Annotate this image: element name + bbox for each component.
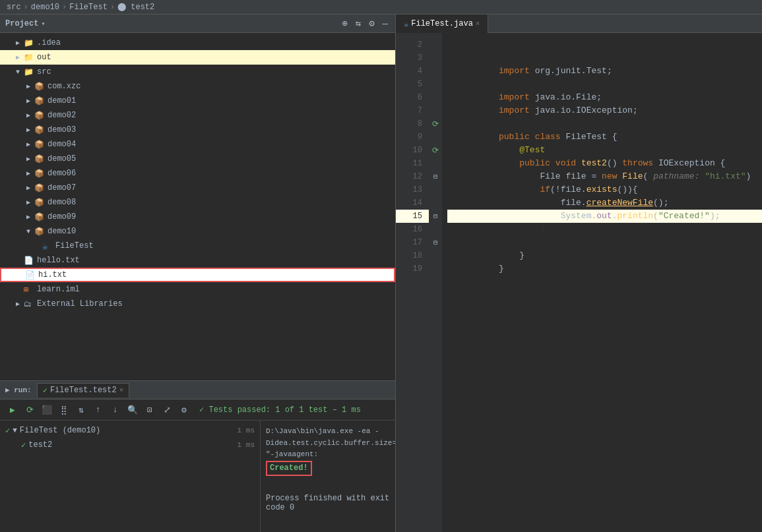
code-line-17: } xyxy=(447,236,762,249)
expand-filetest: ▼ xyxy=(13,427,17,434)
editor-tabs: ☕ FileTest.java × xyxy=(396,15,762,33)
sort2-btn[interactable]: ⇅ xyxy=(74,403,88,417)
sort-btn[interactable]: ⣿ xyxy=(57,403,71,417)
pkg-icon: 📦 xyxy=(34,111,45,121)
gutter-19 xyxy=(429,262,442,276)
sep2: › xyxy=(62,3,67,12)
diff-btn[interactable]: ⊡ xyxy=(143,403,157,417)
tree-item-demo06[interactable]: ▶📦demo06 xyxy=(0,166,395,181)
fold-15[interactable]: ⊟ xyxy=(433,212,437,220)
label-comxzc: com.xzc xyxy=(48,82,80,91)
line-num-8: 8 xyxy=(396,117,429,131)
pkg-icon: 📦 xyxy=(34,140,45,150)
tree-item-learniml[interactable]: ⊞ learn.iml xyxy=(0,282,395,297)
tree-item-demo05[interactable]: ▶📦demo05 xyxy=(0,152,395,166)
run-tree: ✓ ▼ FileTest (demo10) 1 ms ✓ test2 1 ms xyxy=(0,421,261,532)
left-panel: Project ▾ ⊕ ⇆ ⚙ — ▶ 📁 .idea xyxy=(0,15,396,532)
run-tab-filetest[interactable]: ✓ FileTest.test2 × xyxy=(37,383,130,398)
tree-item-demo03[interactable]: ▶📦demo03 xyxy=(0,123,395,137)
tree-item-demo10[interactable]: ▼ 📦 demo10 xyxy=(0,224,395,239)
pkg-icon-comxzc: 📦 xyxy=(34,82,45,92)
label-idea: .idea xyxy=(37,38,61,47)
tree-item-extlib[interactable]: ▶ 🗂 External Libraries xyxy=(0,297,395,311)
tree-item-demo04[interactable]: ▶📦demo04 xyxy=(0,137,395,152)
editor-tab-close[interactable]: × xyxy=(476,20,480,28)
editor-tab-filetest[interactable]: ☕ FileTest.java × xyxy=(396,15,488,33)
run-gutter-10[interactable]: ⟳ xyxy=(432,146,439,156)
line-num-14: 14 xyxy=(396,196,429,210)
run-tree-test2[interactable]: ✓ test2 1 ms xyxy=(0,438,260,452)
tree-item-demo07[interactable]: ▶📦demo07 xyxy=(0,181,395,195)
breadcrumb-filetest[interactable]: FileTest xyxy=(69,3,108,12)
search-btn[interactable]: 🔍 xyxy=(125,403,140,417)
code-line-5: import java.io.File; xyxy=(447,78,762,91)
gutter-8: ⟳ xyxy=(429,117,442,131)
tree-item-out[interactable]: ▶ 📁 out xyxy=(0,50,395,65)
java-tab-icon: ☕ xyxy=(404,19,408,29)
project-header-left: Project ▾ xyxy=(5,19,45,28)
run-tab-close[interactable]: × xyxy=(119,386,124,394)
tree-item-hellotxt[interactable]: 📄 hello.txt xyxy=(0,253,395,268)
export-btn[interactable]: ⤢ xyxy=(160,403,174,417)
settings-icon[interactable]: ⚙ xyxy=(367,17,376,30)
code-content[interactable]: import org.junit.Test; import java.io.Fi… xyxy=(442,33,762,532)
rerun-btn[interactable]: ▶ xyxy=(5,403,20,417)
expand-all-btn[interactable]: ↓ xyxy=(108,403,123,417)
label-learniml: learn.iml xyxy=(37,285,80,294)
project-tree: ▶ 📁 .idea ▶ 📁 out ▼ 📁 src xyxy=(0,33,395,314)
tree-item-demo01[interactable]: ▶📦demo01 xyxy=(0,94,395,108)
breadcrumb-demo10[interactable]: demo10 xyxy=(31,3,59,12)
fold-12[interactable]: ⊟ xyxy=(433,173,437,181)
line-num-13: 13 xyxy=(396,183,429,196)
stop-btn[interactable]: ⬛ xyxy=(40,403,54,417)
created-output: Created! xyxy=(266,461,312,476)
pkg-icon-demo10: 📦 xyxy=(34,227,45,237)
fold-17[interactable]: ⊟ xyxy=(433,239,437,247)
tree-item-demo08[interactable]: ▶📦demo08 xyxy=(0,195,395,210)
gutter-2 xyxy=(429,38,442,51)
tree-item-demo02[interactable]: ▶📦demo02 xyxy=(0,108,395,123)
run-gutter-8[interactable]: ⟳ xyxy=(432,119,439,129)
tree-item-comxzc[interactable]: ▶ 📦 com.xzc xyxy=(0,79,395,94)
label-demo10: demo10 xyxy=(48,227,76,236)
gutter-3 xyxy=(429,51,442,65)
folder-icon-idea: 📁 xyxy=(24,38,34,48)
output-line-cmd: D:\Java\bin\java.exe -ea -Didea.test.cyc… xyxy=(266,426,390,461)
rerun-failed-btn[interactable]: ⟳ xyxy=(22,403,37,417)
gutter-15: ⊟ xyxy=(429,210,442,223)
project-header: Project ▾ ⊕ ⇆ ⚙ — xyxy=(0,15,395,33)
tests-passed-label: ✓ Tests passed: 1 of 1 test – 1 ms xyxy=(199,405,361,415)
tree-item-demo09[interactable]: ▶📦demo09 xyxy=(0,210,395,224)
breadcrumb-src[interactable]: src xyxy=(7,3,21,12)
run-tab-label: FileTest.test2 xyxy=(50,386,117,395)
extlib-icon: 🗂 xyxy=(24,299,34,309)
line-num-12: 12 xyxy=(396,170,429,183)
project-dropdown-icon[interactable]: ▾ xyxy=(41,20,45,28)
pkg-icon: 📦 xyxy=(34,154,45,164)
pkg-icon: 📦 xyxy=(34,125,45,135)
code-line-3: import org.junit.Test; xyxy=(447,51,762,65)
java-icon-filetest: ☕ xyxy=(42,241,53,252)
arrow-out: ▶ xyxy=(16,53,24,61)
locate-icon[interactable]: ⊕ xyxy=(340,17,349,30)
line-num-9: 9 xyxy=(396,131,429,144)
label-demo03: demo03 xyxy=(48,125,76,134)
breadcrumb-test2[interactable]: ⬤ test2 xyxy=(117,2,154,12)
label-demo07: demo07 xyxy=(48,183,76,192)
collapse-all-btn[interactable]: ↑ xyxy=(91,403,106,417)
gutter-4 xyxy=(429,65,442,78)
minimize-icon[interactable]: — xyxy=(381,18,390,30)
tree-item-src[interactable]: ▼ 📁 src xyxy=(0,65,395,79)
gutter-18 xyxy=(429,249,442,262)
line-num-11: 11 xyxy=(396,157,429,170)
pkg-icon: 📦 xyxy=(34,183,45,193)
settings-run-btn[interactable]: ⚙ xyxy=(177,403,191,417)
run-tree-filetest[interactable]: ✓ ▼ FileTest (demo10) 1 ms xyxy=(0,423,260,438)
run-toolbar: ▶ ⟳ ⬛ ⣿ ⇅ ↑ ↓ 🔍 ⊡ ⤢ ⚙ ✓ Tests passed: 1 … xyxy=(0,399,395,421)
folder-icon-out: 📁 xyxy=(24,53,34,63)
collapse-icon[interactable]: ⇆ xyxy=(354,17,363,30)
tree-item-filetest[interactable]: ☕ FileTest xyxy=(0,239,395,253)
tree-item-idea[interactable]: ▶ 📁 .idea xyxy=(0,36,395,50)
tree-item-hitxt[interactable]: 📄 hi.txt xyxy=(0,268,395,282)
label-hitxt: hi.txt xyxy=(38,270,67,280)
